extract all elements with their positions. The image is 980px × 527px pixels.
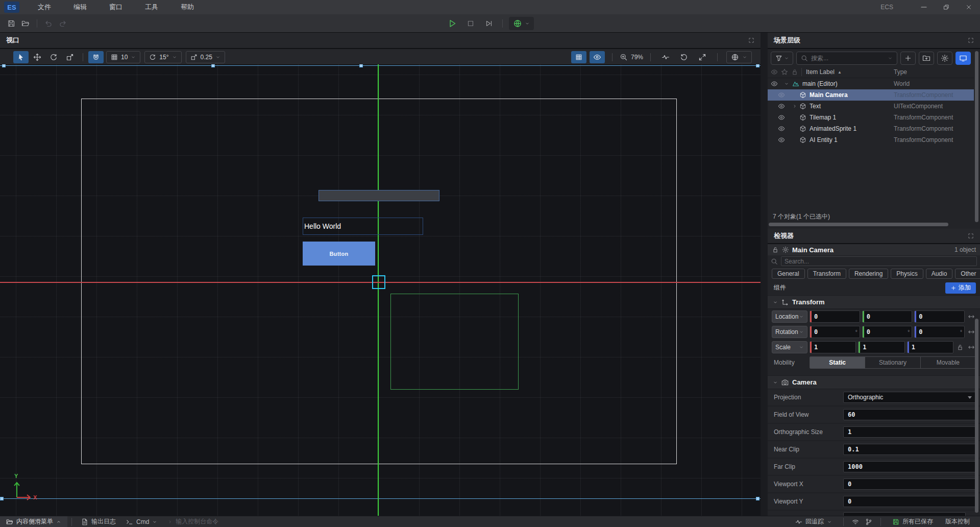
scale-x-field[interactable] (810, 341, 856, 353)
stats-button[interactable] (658, 51, 673, 63)
rotation-y-field[interactable]: ° (862, 326, 913, 338)
tree-row-tilemap[interactable]: Tilemap 1 TransformComponent (768, 112, 974, 123)
inspector-search-input[interactable]: Search... (781, 256, 977, 266)
snap-toggle-button[interactable] (88, 51, 104, 63)
menu-window[interactable]: 窗口 (98, 0, 134, 14)
menu-tools[interactable]: 工具 (134, 0, 169, 14)
tab-general[interactable]: General (772, 269, 805, 279)
location-z-field[interactable] (914, 310, 965, 323)
close-button[interactable] (958, 0, 980, 14)
location-x-field[interactable] (810, 310, 860, 323)
scale-y-field[interactable] (858, 341, 904, 353)
rotation-dropdown[interactable]: Rotation (772, 326, 807, 338)
rotation-x-field[interactable]: ° (810, 326, 860, 338)
chevron-right-icon[interactable] (791, 104, 798, 109)
scale-dropdown[interactable]: Scale (772, 341, 807, 353)
link-axes-icon[interactable] (967, 313, 976, 320)
stop-button[interactable] (461, 16, 480, 31)
rotation-snap-dropdown[interactable]: 15° (144, 51, 181, 63)
guide-handle[interactable] (756, 497, 760, 500)
hierarchy-search[interactable]: 搜索... (796, 52, 897, 65)
open-button[interactable] (18, 17, 33, 30)
save-button[interactable] (4, 17, 18, 30)
tab-rendering[interactable]: Rendering (849, 269, 888, 279)
branch-button[interactable] (863, 518, 874, 525)
grid-toggle-button[interactable] (571, 51, 586, 63)
scale-z-field[interactable] (907, 341, 953, 353)
select-tool-button[interactable] (13, 51, 29, 63)
inspector-vscrollbar[interactable] (975, 319, 978, 513)
menu-edit[interactable]: 编辑 (62, 0, 98, 14)
camera-selection-box[interactable] (372, 275, 385, 289)
visibility-eye-icon[interactable] (778, 103, 785, 110)
column-item-label[interactable]: Item Label (806, 68, 835, 76)
rotation-z-field[interactable]: ° (914, 326, 965, 338)
zoom-level[interactable]: 79% (631, 54, 643, 61)
viewport-x-input[interactable] (843, 478, 976, 490)
viewport-y-input[interactable] (843, 496, 976, 507)
content-drawer-button[interactable]: 内容侧滑菜单 (0, 516, 67, 527)
favorite-column-icon[interactable] (781, 68, 788, 76)
column-type[interactable]: Type (894, 68, 907, 76)
app-logo[interactable]: ES (4, 2, 19, 13)
expand-panel-icon[interactable] (968, 37, 974, 43)
ui-text-entity[interactable]: Hello World (303, 218, 423, 235)
camera-section-header[interactable]: Camera (768, 375, 980, 389)
transform-section-header[interactable]: Transform (768, 295, 980, 309)
projection-select[interactable] (843, 392, 976, 403)
add-component-button[interactable]: 添加 (945, 282, 976, 294)
visibility-eye-icon[interactable] (778, 136, 785, 143)
maximize-button[interactable] (935, 0, 958, 14)
tree-row-ai-entity[interactable]: AI Entity 1 TransformComponent (768, 134, 974, 146)
mobility-static[interactable]: Static (810, 357, 865, 368)
guide-handle[interactable] (0, 497, 4, 500)
tab-audio[interactable]: Audio (926, 269, 953, 279)
world-dropdown[interactable] (726, 51, 752, 63)
tree-row-animatedsprite[interactable]: AnimatedSprite 1 TransformComponent (768, 123, 974, 134)
lock-column-icon[interactable] (791, 68, 798, 76)
mobility-stationary[interactable]: Stationary (865, 357, 920, 368)
undo-button[interactable] (41, 17, 56, 30)
trace-dropdown[interactable]: 回追踪 (790, 517, 837, 526)
lock-icon[interactable] (772, 246, 779, 253)
cmd-dropdown[interactable]: Cmd (121, 518, 162, 525)
hierarchy-hscrollbar[interactable] (768, 222, 974, 227)
output-log-button[interactable]: 输出日志 (76, 517, 121, 526)
field-of-view-input[interactable] (843, 409, 976, 420)
hierarchy-vscrollbar[interactable] (975, 51, 978, 222)
reset-view-button[interactable] (676, 51, 692, 63)
chevron-down-icon[interactable] (783, 81, 790, 86)
visibility-eye-icon[interactable] (778, 125, 785, 132)
far-clip-input[interactable] (843, 461, 976, 472)
tab-transform[interactable]: Transform (807, 269, 846, 279)
add-entity-button[interactable] (900, 52, 916, 65)
expand-panel-icon[interactable] (968, 233, 974, 239)
visibility-eye-icon[interactable] (778, 114, 785, 121)
ui-button-entity[interactable]: Button (303, 242, 375, 266)
redo-button[interactable] (56, 17, 70, 30)
fullscreen-button[interactable] (695, 51, 710, 63)
visibility-column-icon[interactable] (771, 68, 778, 76)
tilemap-bounds-rect[interactable] (390, 294, 519, 390)
menu-help[interactable]: 帮助 (169, 0, 205, 14)
scene-canvas[interactable]: Hello World Button Y X (0, 64, 761, 516)
sprite-bar-entity[interactable] (318, 190, 439, 201)
hierarchy-settings-button[interactable] (937, 52, 952, 65)
run-target-dropdown[interactable] (509, 17, 534, 30)
near-clip-input[interactable] (843, 444, 976, 455)
guide-handle[interactable] (211, 64, 215, 67)
scale-snap-dropdown[interactable]: 0.25 (186, 51, 225, 63)
location-dropdown[interactable]: Location (772, 310, 807, 323)
lock-scale-icon[interactable] (955, 344, 965, 351)
filter-button[interactable] (771, 52, 793, 65)
guide-handle[interactable] (2, 64, 6, 67)
step-button[interactable] (480, 16, 498, 31)
console-command-input[interactable]: 输入控制台命令 (162, 517, 224, 526)
visibility-eye-icon[interactable] (771, 80, 778, 87)
move-tool-button[interactable] (30, 51, 45, 63)
location-y-field[interactable] (862, 310, 913, 323)
tree-row-main-camera[interactable]: Main Camera TransformComponent (768, 89, 974, 101)
scale-tool-button[interactable] (62, 51, 78, 63)
guide-handle[interactable] (756, 64, 760, 67)
tree-row-text[interactable]: Text UITextComponent (768, 101, 974, 112)
